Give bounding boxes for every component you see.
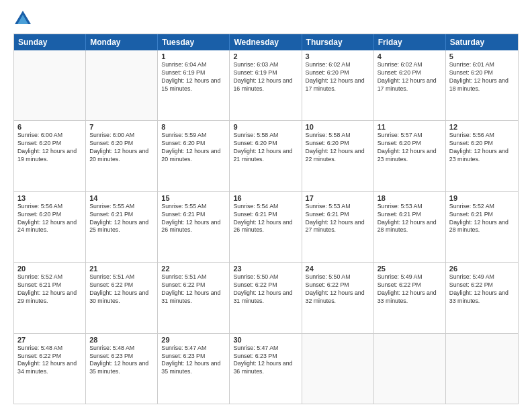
day-number: 28 [89, 336, 154, 344]
day-info: Sunrise: 5:56 AMSunset: 6:20 PMDaylight:… [449, 132, 515, 164]
day-info: Sunrise: 5:59 AMSunset: 6:20 PMDaylight:… [161, 132, 226, 164]
day-cell: 22Sunrise: 5:51 AMSunset: 6:22 PMDayligh… [158, 263, 230, 332]
day-info: Sunrise: 5:48 AMSunset: 6:23 PMDaylight:… [89, 345, 154, 377]
day-cell: 7Sunrise: 6:00 AMSunset: 6:20 PMDaylight… [86, 121, 158, 191]
day-number: 14 [89, 194, 154, 202]
day-info: Sunrise: 5:50 AMSunset: 6:22 PMDaylight:… [306, 273, 370, 306]
day-number: 3 [306, 52, 370, 60]
day-cell: 13Sunrise: 5:56 AMSunset: 6:20 PMDayligh… [14, 192, 86, 262]
day-number: 13 [17, 194, 82, 202]
day-cell: 3Sunrise: 6:02 AMSunset: 6:20 PMDaylight… [302, 50, 374, 120]
day-number: 16 [233, 194, 298, 202]
day-number: 24 [306, 265, 370, 273]
day-header-wednesday: Wednesday [230, 34, 302, 50]
day-cell: 21Sunrise: 5:51 AMSunset: 6:22 PMDayligh… [86, 263, 158, 332]
day-header-tuesday: Tuesday [158, 34, 230, 50]
day-headers: SundayMondayTuesdayWednesdayThursdayFrid… [14, 34, 518, 50]
day-number: 1 [161, 52, 226, 60]
day-cell: 28Sunrise: 5:48 AMSunset: 6:23 PMDayligh… [86, 334, 158, 404]
day-cell: 14Sunrise: 5:55 AMSunset: 6:21 PMDayligh… [86, 192, 158, 262]
day-number: 4 [378, 52, 442, 60]
day-info: Sunrise: 5:52 AMSunset: 6:21 PMDaylight:… [449, 203, 515, 235]
day-header-monday: Monday [86, 34, 158, 50]
week-row-2: 6Sunrise: 6:00 AMSunset: 6:20 PMDaylight… [14, 120, 518, 191]
day-info: Sunrise: 5:48 AMSunset: 6:22 PMDaylight:… [17, 345, 82, 377]
day-info: Sunrise: 6:00 AMSunset: 6:20 PMDaylight:… [17, 132, 82, 164]
day-info: Sunrise: 5:56 AMSunset: 6:20 PMDaylight:… [17, 203, 82, 235]
day-number: 29 [161, 336, 226, 344]
day-number: 6 [17, 123, 82, 131]
day-number: 25 [378, 265, 442, 273]
day-info: Sunrise: 5:53 AMSunset: 6:21 PMDaylight:… [378, 203, 442, 235]
day-number: 22 [161, 265, 226, 273]
day-cell: 17Sunrise: 5:53 AMSunset: 6:21 PMDayligh… [302, 192, 374, 262]
day-info: Sunrise: 5:58 AMSunset: 6:20 PMDaylight:… [306, 132, 370, 164]
day-info: Sunrise: 5:47 AMSunset: 6:23 PMDaylight:… [233, 345, 298, 377]
week-row-4: 20Sunrise: 5:52 AMSunset: 6:21 PMDayligh… [14, 262, 518, 332]
day-cell [14, 50, 86, 120]
day-info: Sunrise: 5:51 AMSunset: 6:22 PMDaylight:… [161, 273, 226, 306]
day-cell: 30Sunrise: 5:47 AMSunset: 6:23 PMDayligh… [230, 334, 302, 404]
day-number: 12 [449, 123, 515, 131]
day-info: Sunrise: 5:57 AMSunset: 6:20 PMDaylight:… [378, 132, 442, 164]
day-number: 2 [233, 52, 298, 60]
day-number: 10 [306, 123, 370, 131]
day-cell: 20Sunrise: 5:52 AMSunset: 6:21 PMDayligh… [14, 263, 86, 332]
day-cell: 5Sunrise: 6:01 AMSunset: 6:20 PMDaylight… [446, 50, 518, 120]
day-header-sunday: Sunday [14, 34, 86, 50]
day-cell: 8Sunrise: 5:59 AMSunset: 6:20 PMDaylight… [158, 121, 230, 191]
day-info: Sunrise: 5:51 AMSunset: 6:22 PMDaylight:… [89, 273, 154, 306]
day-cell: 15Sunrise: 5:55 AMSunset: 6:21 PMDayligh… [158, 192, 230, 262]
day-info: Sunrise: 6:03 AMSunset: 6:19 PMDaylight:… [233, 61, 298, 93]
day-info: Sunrise: 6:04 AMSunset: 6:19 PMDaylight:… [161, 61, 226, 93]
day-number: 9 [233, 123, 298, 131]
day-cell [302, 334, 374, 404]
day-cell: 2Sunrise: 6:03 AMSunset: 6:19 PMDaylight… [230, 50, 302, 120]
day-cell: 26Sunrise: 5:49 AMSunset: 6:22 PMDayligh… [446, 263, 518, 332]
day-number: 30 [233, 336, 298, 344]
day-cell: 27Sunrise: 5:48 AMSunset: 6:22 PMDayligh… [14, 334, 86, 404]
day-cell: 12Sunrise: 5:56 AMSunset: 6:20 PMDayligh… [446, 121, 518, 191]
day-info: Sunrise: 5:50 AMSunset: 6:22 PMDaylight:… [233, 273, 298, 306]
day-info: Sunrise: 5:55 AMSunset: 6:21 PMDaylight:… [161, 203, 226, 235]
day-info: Sunrise: 5:53 AMSunset: 6:21 PMDaylight:… [306, 203, 370, 235]
day-cell: 1Sunrise: 6:04 AMSunset: 6:19 PMDaylight… [158, 50, 230, 120]
day-cell [86, 50, 158, 120]
day-info: Sunrise: 5:52 AMSunset: 6:21 PMDaylight:… [17, 273, 82, 306]
day-info: Sunrise: 5:54 AMSunset: 6:21 PMDaylight:… [233, 203, 298, 235]
day-cell: 6Sunrise: 6:00 AMSunset: 6:20 PMDaylight… [14, 121, 86, 191]
week-row-5: 27Sunrise: 5:48 AMSunset: 6:22 PMDayligh… [14, 333, 518, 404]
week-row-1: 1Sunrise: 6:04 AMSunset: 6:19 PMDaylight… [14, 50, 518, 120]
day-info: Sunrise: 5:55 AMSunset: 6:21 PMDaylight:… [89, 203, 154, 235]
day-number: 7 [89, 123, 154, 131]
day-info: Sunrise: 6:02 AMSunset: 6:20 PMDaylight:… [378, 61, 442, 93]
day-info: Sunrise: 5:49 AMSunset: 6:22 PMDaylight:… [449, 273, 515, 306]
day-cell: 11Sunrise: 5:57 AMSunset: 6:20 PMDayligh… [374, 121, 446, 191]
day-number: 20 [17, 265, 82, 273]
day-number: 23 [233, 265, 298, 273]
day-cell: 29Sunrise: 5:47 AMSunset: 6:23 PMDayligh… [158, 334, 230, 404]
day-cell: 9Sunrise: 5:58 AMSunset: 6:20 PMDaylight… [230, 121, 302, 191]
day-info: Sunrise: 6:00 AMSunset: 6:20 PMDaylight:… [89, 132, 154, 164]
day-number: 21 [89, 265, 154, 273]
day-info: Sunrise: 6:02 AMSunset: 6:20 PMDaylight:… [306, 61, 370, 93]
day-header-friday: Friday [374, 34, 446, 50]
day-cell: 18Sunrise: 5:53 AMSunset: 6:21 PMDayligh… [374, 192, 446, 262]
day-cell: 10Sunrise: 5:58 AMSunset: 6:20 PMDayligh… [302, 121, 374, 191]
day-number: 19 [449, 194, 515, 202]
day-number: 8 [161, 123, 226, 131]
day-info: Sunrise: 6:01 AMSunset: 6:20 PMDaylight:… [449, 61, 515, 93]
day-cell: 4Sunrise: 6:02 AMSunset: 6:20 PMDaylight… [374, 50, 446, 120]
header [13, 12, 519, 28]
day-header-saturday: Saturday [446, 34, 518, 50]
day-info: Sunrise: 5:49 AMSunset: 6:22 PMDaylight:… [378, 273, 442, 306]
day-cell: 19Sunrise: 5:52 AMSunset: 6:21 PMDayligh… [446, 192, 518, 262]
day-info: Sunrise: 5:58 AMSunset: 6:20 PMDaylight:… [233, 132, 298, 164]
day-number: 5 [449, 52, 515, 60]
day-cell [446, 334, 518, 404]
calendar-body: 1Sunrise: 6:04 AMSunset: 6:19 PMDaylight… [14, 50, 518, 404]
day-number: 18 [378, 194, 442, 202]
logo-icon [13, 9, 32, 28]
week-row-3: 13Sunrise: 5:56 AMSunset: 6:20 PMDayligh… [14, 191, 518, 262]
day-number: 26 [449, 265, 515, 273]
